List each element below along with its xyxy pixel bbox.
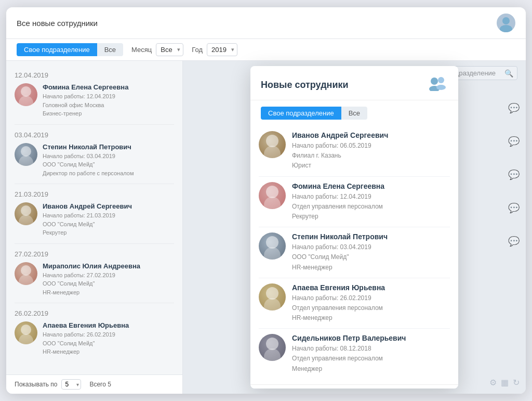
employee-detail: Начало работы: 03.04.2019ООО "Солид Мейд… <box>43 152 174 178</box>
svg-point-14 <box>438 77 444 83</box>
svg-point-22 <box>266 287 278 300</box>
left-panel: 12.04.2019 Фомина Елена Сергеевна Начало… <box>6 61 182 374</box>
employee-info: Степин Николай Петрович Начало работы: 0… <box>43 143 174 178</box>
per-page-label: Показывать по <box>15 381 57 388</box>
new-employees-modal: Новые сотрудники <box>250 66 458 389</box>
modal-employee-item[interactable]: Сидельников Петр Валерьевич Начало работ… <box>259 329 450 379</box>
employee-card[interactable]: Степин Николай Петрович Начало работы: 0… <box>15 143 174 185</box>
svg-point-18 <box>266 186 278 198</box>
employee-detail: Начало работы: 21.03.2019ООО "Солид Мейд… <box>43 211 174 237</box>
modal-employee-item[interactable]: Степин Николай Петрович Начало работы: 0… <box>259 227 450 278</box>
svg-point-0 <box>502 17 510 24</box>
modal-subdivision-filter: Свое подразделение Все <box>261 107 367 120</box>
modal-employee-detail: Начало работы: 03.04.2019ООО "Солид Мейд… <box>292 242 450 273</box>
total-label: Всего 5 <box>89 381 111 388</box>
avatar <box>15 143 37 166</box>
employee-info: Мираполис Юлия Андреевна Начало работы: … <box>43 262 174 297</box>
employee-info: Иванов Андрей Сергеевич Начало работы: 2… <box>43 202 174 237</box>
modal-avatar <box>259 131 286 158</box>
svg-point-11 <box>19 334 33 344</box>
employee-name: Мираполис Юлия Андреевна <box>43 262 174 270</box>
modal-header: Новые сотрудники <box>250 66 458 100</box>
month-select[interactable]: Все <box>156 43 183 56</box>
svg-point-15 <box>436 85 446 90</box>
date-group-label: 03.04.2019 <box>15 131 174 139</box>
employee-name: Иванов Андрей Сергеевич <box>43 202 174 210</box>
modal-employee-item[interactable]: Иванов Андрей Сергеевич Начало работы: 0… <box>259 126 450 177</box>
modal-my-subdivision-btn[interactable]: Свое подразделение <box>261 107 341 120</box>
right-panel: 🔍 💬 💬 💬 💬 💬 Новые сотрудники <box>183 61 526 394</box>
modal-employee-item[interactable]: Фомина Елена Сергеевна Начало работы: 12… <box>259 177 450 228</box>
modal-all-btn[interactable]: Все <box>341 107 367 120</box>
employee-card[interactable]: Фомина Елена Сергеевна Начало работы: 12… <box>15 83 174 125</box>
per-page-wrap: 51020 <box>61 379 81 390</box>
svg-point-16 <box>266 135 278 147</box>
svg-point-21 <box>264 247 281 260</box>
svg-point-6 <box>21 205 31 216</box>
modal-employee-item[interactable]: Апаева Евгения Юрьевна Начало работы: 26… <box>259 278 450 329</box>
svg-point-20 <box>266 236 278 249</box>
modal-employee-name: Сидельников Петр Валерьевич <box>292 334 450 342</box>
svg-point-12 <box>431 77 438 85</box>
employee-detail: Начало работы: 27.02.2019ООО "Солид Мейд… <box>43 271 174 297</box>
modal-employee-info: Фомина Елена Сергеевна Начало работы: 12… <box>292 182 450 222</box>
employee-card[interactable]: Иванов Андрей Сергеевич Начало работы: 2… <box>15 202 174 244</box>
employee-name: Степин Николай Петрович <box>43 143 174 151</box>
modal-avatar <box>259 283 286 311</box>
subdivision-filter: Свое подразделение Все <box>17 43 123 56</box>
employee-name: Апаева Евгения Юрьевна <box>43 321 174 329</box>
modal-footer: ⊙ Все назначения <box>250 384 458 389</box>
employee-info: Фомина Елена Сергеевна Начало работы: 12… <box>43 83 174 118</box>
employee-detail: Начало работы: 12.04.2019Головной офис М… <box>43 92 174 118</box>
modal-filter-bar: Свое подразделение Все <box>250 100 458 126</box>
svg-point-2 <box>21 86 31 97</box>
svg-point-4 <box>21 146 31 157</box>
modal-overlay: Новые сотрудники <box>183 61 526 394</box>
date-group-label: 26.02.2019 <box>15 309 174 317</box>
avatar <box>15 262 37 285</box>
avatar <box>15 83 37 106</box>
user-avatar[interactable] <box>497 14 515 32</box>
year-label: Год <box>192 46 203 54</box>
modal-employee-detail: Начало работы: 08.12.2018Отдел управлени… <box>292 344 450 374</box>
modal-avatar <box>259 334 286 361</box>
svg-point-24 <box>266 338 278 350</box>
month-label: Месяц <box>131 46 152 54</box>
modal-employee-detail: Начало работы: 26.02.2019Отдел управлени… <box>292 293 450 324</box>
year-select[interactable]: 2019 2018 2017 2020 <box>207 43 237 56</box>
page-title: Все новые сотрудники <box>17 19 98 28</box>
svg-point-5 <box>19 156 33 166</box>
svg-point-19 <box>264 197 281 209</box>
svg-point-3 <box>19 96 33 106</box>
modal-employee-info: Апаева Евгения Юрьевна Начало работы: 26… <box>292 283 450 324</box>
modal-employee-name: Иванов Андрей Сергеевич <box>292 131 450 139</box>
modal-employee-list: Иванов Андрей Сергеевич Начало работы: 0… <box>250 126 458 384</box>
svg-point-9 <box>19 275 33 285</box>
my-subdivision-btn[interactable]: Свое подразделение <box>17 43 97 56</box>
year-select-wrap: 2019 2018 2017 2020 <box>207 43 237 56</box>
employee-card[interactable]: Апаева Евгения Юрьевна Начало работы: 26… <box>15 321 174 363</box>
svg-point-23 <box>264 298 281 311</box>
svg-point-25 <box>264 348 281 361</box>
modal-avatar <box>259 182 286 209</box>
svg-point-8 <box>21 265 31 276</box>
svg-point-7 <box>19 215 33 225</box>
modal-employee-detail: Начало работы: 06.05.2019Филиал г. Казан… <box>292 141 450 171</box>
svg-point-17 <box>264 146 281 158</box>
avatar <box>15 321 37 344</box>
all-btn[interactable]: Все <box>97 43 123 56</box>
modal-employee-info: Сидельников Петр Валерьевич Начало работ… <box>292 334 450 374</box>
main-content: 12.04.2019 Фомина Елена Сергеевна Начало… <box>6 61 526 394</box>
date-group-label: 12.04.2019 <box>15 71 174 79</box>
filter-bar: Свое подразделение Все Месяц Все Год 201… <box>6 39 526 61</box>
modal-avatar <box>259 232 286 260</box>
employee-info: Апаева Евгения Юрьевна Начало работы: 26… <box>43 321 174 356</box>
avatar <box>15 202 37 225</box>
per-page-select[interactable]: 51020 <box>61 379 81 390</box>
modal-employee-name: Апаева Евгения Юрьевна <box>292 283 450 292</box>
date-group-label: 27.02.2019 <box>15 250 174 258</box>
modal-employee-name: Степин Николай Петрович <box>292 232 450 241</box>
employee-card[interactable]: Мираполис Юлия Андреевна Начало работы: … <box>15 262 174 304</box>
modal-title: Новые сотрудники <box>261 80 349 90</box>
pagination-bar: Показывать по 51020 Всего 5 <box>6 374 182 394</box>
